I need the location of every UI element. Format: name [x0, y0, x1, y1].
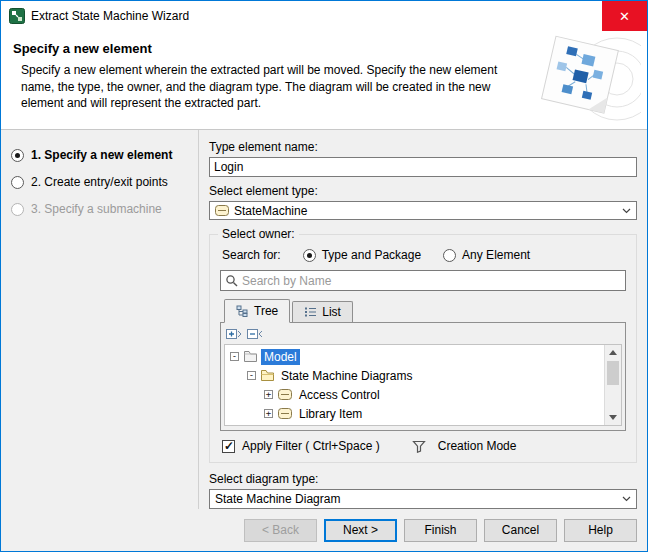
tree-item-access-control[interactable]: + Access Control	[225, 385, 604, 404]
owner-search-box[interactable]	[220, 270, 626, 291]
triangle-down-icon	[609, 415, 617, 420]
expand-all-icon[interactable]	[226, 327, 242, 341]
element-type-combobox[interactable]: StateMachine	[209, 201, 637, 221]
step-3-specify-submachine: 3. Specify a submachine	[11, 202, 192, 216]
help-button[interactable]: Help	[564, 519, 637, 542]
package-icon	[244, 351, 257, 362]
expand-toggle-icon[interactable]: +	[264, 390, 273, 399]
diagram-type-value: State Machine Diagram	[215, 492, 340, 506]
tree-item-label: Model	[261, 349, 300, 365]
collapse-toggle-icon[interactable]: -	[230, 352, 239, 361]
triangle-up-icon	[609, 350, 617, 355]
step-2-create-entry-exit-points[interactable]: 2. Create entry/exit points	[11, 175, 192, 189]
close-icon: ✕	[619, 9, 630, 24]
step-2-label: 2. Create entry/exit points	[31, 175, 168, 189]
scrollbar-thumb[interactable]	[607, 361, 619, 385]
owner-search-input[interactable]	[242, 272, 621, 289]
tree-item-label: State Machine Diagrams	[278, 368, 415, 384]
search-icon	[225, 274, 239, 288]
scroll-up-button[interactable]	[605, 345, 621, 360]
element-type-label: Select element type:	[209, 184, 637, 198]
any-element-label: Any Element	[462, 248, 530, 262]
tree-view: - Model - State	[225, 345, 604, 425]
folder-icon	[261, 370, 274, 381]
list-icon	[304, 306, 317, 318]
funnel-icon[interactable]	[412, 440, 426, 453]
element-type-value: StateMachine	[234, 204, 307, 218]
window-title: Extract State Machine Wizard	[31, 9, 189, 23]
button-bar: < Back Next > Finish Cancel Help	[1, 509, 647, 551]
apply-filter-label: Apply Filter ( Ctrl+Space )	[242, 439, 380, 453]
element-name-input[interactable]	[209, 157, 637, 177]
tree-scrollbar[interactable]	[604, 345, 621, 425]
statemachine-icon	[278, 389, 292, 400]
select-owner-legend: Select owner:	[218, 227, 299, 241]
step-3-label: 3. Specify a submachine	[31, 202, 162, 216]
next-button[interactable]: Next >	[324, 519, 397, 542]
diagram-type-combobox[interactable]: State Machine Diagram	[209, 489, 637, 509]
radio-any-element[interactable]: Any Element	[443, 248, 530, 262]
any-element-radio-icon	[443, 249, 456, 262]
close-button[interactable]: ✕	[602, 1, 647, 31]
type-and-package-radio-icon	[303, 249, 316, 262]
finish-button[interactable]: Finish	[404, 519, 477, 542]
collapse-toggle-icon[interactable]: -	[247, 371, 256, 380]
step-2-radio[interactable]	[11, 176, 24, 189]
titlebar[interactable]: Extract State Machine Wizard ✕	[1, 1, 647, 31]
tree-tab-panel: - Model - State	[220, 322, 626, 431]
scrollbar-track[interactable]	[605, 385, 621, 410]
wizard-header: Specify a new element Specify a new elem…	[1, 31, 647, 130]
tree-toolbar	[224, 326, 622, 344]
apply-filter-checkbox[interactable]: Apply Filter ( Ctrl+Space )	[222, 439, 380, 453]
step-1-specify-new-element[interactable]: 1. Specify a new element	[11, 148, 192, 162]
tree-item-label: Access Control	[296, 387, 383, 403]
expand-toggle-icon[interactable]: +	[264, 409, 273, 418]
extract-state-machine-wizard-dialog: Extract State Machine Wizard ✕ Specify a…	[0, 0, 648, 552]
type-and-package-label: Type and Package	[322, 248, 421, 262]
filter-row: Apply Filter ( Ctrl+Space ) Creation Mod…	[220, 439, 626, 453]
step-3-radio	[11, 203, 24, 216]
chevron-down-icon	[622, 496, 631, 502]
wizard-steps: 1. Specify a new element 2. Create entry…	[1, 130, 199, 509]
statemachine-icon	[278, 408, 292, 419]
page-description: Specify a new element wherein the extrac…	[21, 62, 526, 112]
search-for-row: Search for: Type and Package Any Element	[220, 248, 626, 262]
tab-tree-label: Tree	[254, 304, 278, 318]
step-1-label: 1. Specify a new element	[31, 148, 172, 162]
statemachine-icon	[215, 205, 229, 216]
tab-list[interactable]: List	[292, 301, 353, 322]
wizard-form: Type element name: Select element type: …	[199, 130, 647, 509]
tab-list-label: List	[322, 305, 341, 319]
tree-item-label: Library Item	[296, 406, 365, 422]
collapse-all-icon[interactable]	[247, 327, 263, 341]
select-owner-group: Select owner: Search for: Type and Packa…	[209, 234, 637, 463]
cancel-button[interactable]: Cancel	[484, 519, 557, 542]
element-name-label: Type element name:	[209, 140, 637, 154]
back-button[interactable]: < Back	[244, 519, 317, 542]
chevron-down-icon	[622, 208, 631, 214]
step-1-radio[interactable]	[11, 149, 24, 162]
tree-item-library-item[interactable]: + Library Item	[225, 404, 604, 423]
scroll-down-button[interactable]	[605, 410, 621, 425]
tree-icon	[236, 305, 249, 317]
owner-tree: - Model - State	[224, 344, 622, 426]
diagram-type-label: Select diagram type:	[209, 472, 637, 486]
radio-type-and-package[interactable]: Type and Package	[303, 248, 421, 262]
tree-item-state-machine-diagrams[interactable]: - State Machine Diagrams	[225, 366, 604, 385]
app-icon	[9, 8, 25, 24]
creation-mode-label: Creation Mode	[438, 439, 517, 453]
owner-tabs: Tree List	[220, 299, 626, 322]
tab-tree[interactable]: Tree	[224, 299, 290, 323]
wizard-artwork	[519, 35, 641, 123]
tree-item-model[interactable]: - Model	[225, 347, 604, 366]
checkbox-icon	[222, 440, 235, 453]
search-for-label: Search for:	[222, 248, 281, 262]
wizard-content: 1. Specify a new element 2. Create entry…	[1, 130, 647, 509]
